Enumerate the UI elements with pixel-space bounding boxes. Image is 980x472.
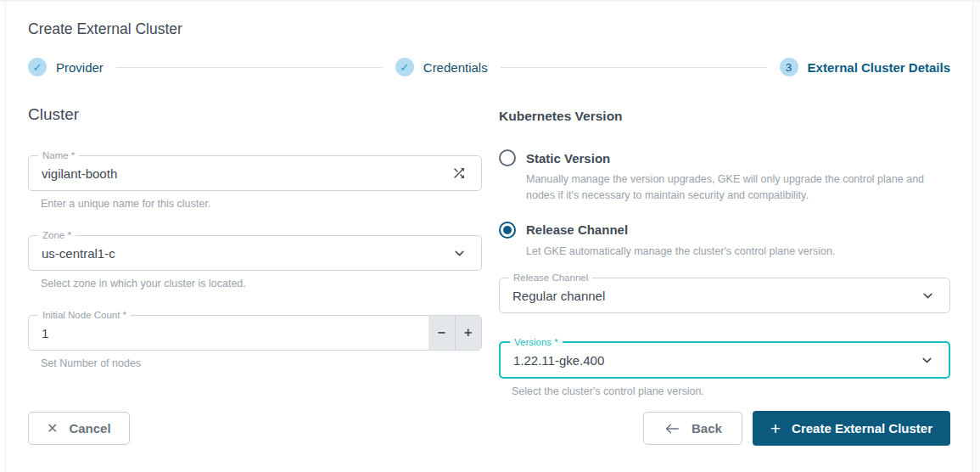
kubernetes-version-heading: Kubernetes Version — [499, 109, 950, 124]
versions-select-label: Versions * — [510, 336, 563, 349]
back-button[interactable]: Back — [643, 412, 742, 445]
release-channel-select-group: Release Channel Regular channel — [499, 278, 950, 313]
cancel-button-label: Cancel — [69, 421, 110, 435]
name-field-label: Name * — [38, 149, 79, 162]
back-button-label: Back — [692, 421, 722, 435]
zone-select[interactable]: Zone * us-central1-c — [28, 235, 482, 271]
release-channel-description: Let GKE automatically manage the cluster… — [526, 244, 950, 260]
step-complete-circle: ✓ — [395, 58, 414, 76]
step-complete-circle: ✓ — [28, 58, 47, 76]
check-icon: ✓ — [400, 61, 409, 74]
right-edge-divider — [972, 2, 973, 472]
static-version-description: Manually manage the version upgrades, GK… — [526, 171, 950, 204]
release-channel-radio[interactable]: Release Channel — [499, 222, 950, 239]
close-icon: ✕ — [47, 420, 58, 436]
step-number: 3 — [786, 61, 792, 74]
stepper-connector — [116, 67, 383, 68]
plus-icon: + — [770, 419, 781, 437]
release-channel-select[interactable]: Release Channel Regular channel — [499, 278, 950, 313]
page-title: Create External Cluster — [28, 20, 950, 38]
static-version-label: Static Version — [526, 151, 610, 166]
static-version-radio[interactable]: Static Version — [499, 149, 950, 166]
versions-select-helper: Select the cluster's control plane versi… — [512, 385, 950, 397]
step-number-circle: 3 — [780, 58, 798, 76]
zone-select-helper: Select zone in which your cluster is loc… — [41, 278, 482, 289]
stepper-connector — [501, 67, 767, 68]
node-count-label: Initial Node Count * — [38, 309, 131, 322]
shuffle-icon[interactable] — [451, 166, 481, 181]
step-provider-label: Provider — [56, 60, 104, 75]
release-channel-select-value: Regular channel — [500, 289, 921, 303]
release-channel-select-label: Release Channel — [509, 272, 592, 284]
create-external-cluster-wizard: Create External Cluster ✓ Provider ✓ Cre… — [0, 0, 980, 472]
kubernetes-version-section: Kubernetes Version Static Version Manual… — [499, 100, 950, 397]
arrow-left-icon — [664, 422, 680, 435]
radio-unselected-icon[interactable] — [499, 149, 516, 166]
chevron-down-icon — [452, 246, 481, 261]
node-count-value[interactable]: 1 — [29, 326, 481, 340]
footer-actions: ✕ Cancel Back + Create External Cluster — [28, 411, 950, 446]
name-field-helper: Enter a unique name for this cluster. — [41, 198, 482, 210]
node-count-helper: Set Number of nodes — [41, 357, 482, 369]
step-credentials[interactable]: ✓ Credentials — [395, 58, 488, 76]
step-external-cluster-details[interactable]: 3 External Cluster Details — [780, 58, 950, 76]
step-details-label: External Cluster Details — [808, 60, 950, 75]
node-count-field[interactable]: Initial Node Count * 1 − + — [28, 315, 482, 351]
step-provider[interactable]: ✓ Provider — [28, 58, 104, 76]
versions-select-value: 1.22.11-gke.400 — [501, 353, 920, 368]
create-external-cluster-button[interactable]: + Create External Cluster — [753, 411, 950, 446]
versions-select[interactable]: Versions * 1.22.11-gke.400 — [499, 341, 950, 379]
name-field-group: Name * vigilant-booth Enter a unique nam… — [28, 155, 482, 210]
create-button-label: Create External Cluster — [792, 421, 932, 435]
node-count-stepper: − + — [428, 316, 481, 350]
right-edge-gutter — [973, 2, 980, 472]
name-field[interactable]: Name * vigilant-booth — [28, 155, 482, 191]
cluster-heading: Cluster — [28, 105, 482, 124]
check-icon: ✓ — [33, 61, 42, 74]
radio-selected-icon[interactable] — [499, 222, 516, 239]
zone-field-group: Zone * us-central1-c Select zone in whic… — [28, 235, 482, 289]
decrement-button[interactable]: − — [428, 316, 455, 350]
versions-select-group: Versions * 1.22.11-gke.400 Select the cl… — [499, 341, 950, 397]
cluster-section: Cluster Name * vigilant-booth Enter a un… — [28, 100, 482, 369]
chevron-down-icon — [921, 289, 949, 303]
zone-select-value: us-central1-c — [29, 246, 452, 261]
release-channel-label: Release Channel — [526, 222, 628, 237]
left-edge-divider — [5, 2, 6, 472]
zone-select-label: Zone * — [38, 229, 76, 242]
cancel-button[interactable]: ✕ Cancel — [28, 412, 130, 445]
node-count-field-group: Initial Node Count * 1 − + Set Number of… — [28, 315, 482, 369]
increment-button[interactable]: + — [455, 316, 482, 350]
chevron-down-icon — [920, 353, 949, 368]
name-field-value[interactable]: vigilant-booth — [29, 166, 451, 181]
step-credentials-label: Credentials — [423, 60, 488, 75]
stepper: ✓ Provider ✓ Credentials 3 External Clus… — [28, 58, 950, 76]
